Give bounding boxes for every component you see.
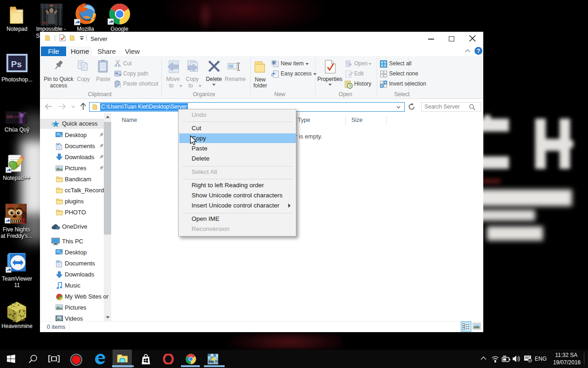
svg-text:Ps: Ps — [11, 59, 22, 69]
svg-text:2: 2 — [21, 217, 25, 224]
svg-text:PM: PM — [209, 360, 214, 364]
svg-text:CHÚA QUỶ: CHÚA QUỶ — [7, 115, 19, 118]
